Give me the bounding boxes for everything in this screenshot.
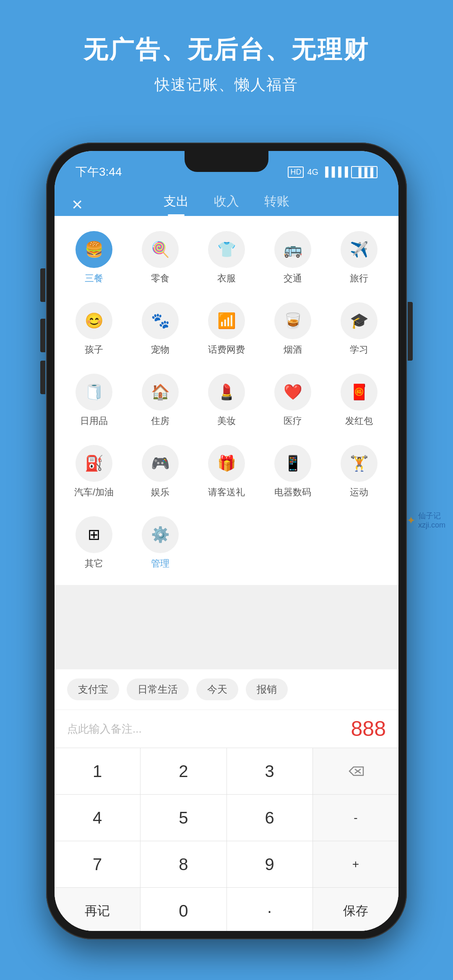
category-item[interactable]: 🥃烟酒 (262, 296, 324, 363)
category-item[interactable]: ⛽汽车/加油 (63, 438, 125, 505)
category-icon: ⊞ (76, 516, 112, 553)
category-label: 发红包 (345, 415, 373, 427)
note-row: 点此输入备注... 888 (55, 710, 398, 748)
keypad-key[interactable]: 7 (55, 841, 140, 887)
category-item[interactable]: 🏠住房 (129, 367, 191, 434)
watermark: ✦ 仙子记xzji.com (406, 512, 445, 530)
signal-4g: 4G (307, 167, 318, 177)
category-item[interactable]: 🏋运动 (328, 438, 390, 505)
category-item[interactable]: 🎓学习 (328, 296, 390, 363)
watermark-star: ✦ (406, 514, 416, 527)
category-item[interactable]: 🍔三餐 (63, 224, 125, 291)
keypad-key[interactable]: 保存 (313, 888, 398, 931)
category-item[interactable]: 😊孩子 (63, 296, 125, 363)
category-icon: ⚙️ (142, 516, 179, 553)
hero-subtitle: 快速记账、懒人福音 (0, 75, 453, 95)
keypad-key[interactable]: 1 (55, 748, 140, 794)
category-item[interactable]: ✈️旅行 (328, 224, 390, 291)
tag-item[interactable]: 今天 (196, 678, 238, 700)
category-label: 娱乐 (151, 486, 169, 499)
category-icon: 🧧 (341, 374, 378, 411)
amount-display: 888 (351, 717, 386, 741)
phone-screen: 下午3:44 HD 4G ▐▐▐▐ ▐▐▐ ✕ 支出 收入 转账 🍔三餐🍭零食👕… (55, 151, 398, 931)
category-grid: 🍔三餐🍭零食👕衣服🚌交通✈️旅行😊孩子🐾宠物📶话费网费🥃烟酒🎓学习🧻日用品🏠住房… (59, 224, 394, 577)
category-item[interactable]: 🍭零食 (129, 224, 191, 291)
tab-expense[interactable]: 支出 (164, 193, 189, 216)
category-item[interactable]: 🐾宠物 (129, 296, 191, 363)
category-item[interactable]: ⚙️管理 (129, 509, 191, 577)
category-label: 其它 (85, 557, 103, 570)
category-icon: 📶 (208, 302, 245, 339)
category-label: 交通 (284, 272, 302, 285)
category-area: 🍔三餐🍭零食👕衣服🚌交通✈️旅行😊孩子🐾宠物📶话费网费🥃烟酒🎓学习🧻日用品🏠住房… (55, 216, 398, 585)
category-label: 汽车/加油 (74, 486, 114, 499)
keypad-key[interactable]: 2 (141, 748, 226, 794)
watermark-site: 仙子记xzji.com (418, 512, 445, 530)
category-label: 零食 (151, 272, 169, 285)
keypad-key[interactable]: · (227, 888, 312, 931)
tag-item[interactable]: 报销 (246, 678, 288, 700)
category-label: 医疗 (284, 415, 302, 427)
category-icon: 📱 (274, 445, 311, 482)
keypad: 123456-789+再记0·保存 (55, 748, 398, 931)
category-icon: 💄 (208, 374, 245, 411)
category-item[interactable]: 📱电器数码 (262, 438, 324, 505)
category-label: 美妆 (217, 415, 236, 427)
category-item[interactable]: 🎁请客送礼 (195, 438, 258, 505)
keypad-key[interactable]: 0 (141, 888, 226, 931)
category-item[interactable]: 👕衣服 (195, 224, 258, 291)
category-icon: 🏠 (142, 374, 179, 411)
keypad-key[interactable]: 4 (55, 795, 140, 841)
keypad-key[interactable]: 8 (141, 841, 226, 887)
keypad-key[interactable]: 9 (227, 841, 312, 887)
tab-transfer[interactable]: 转账 (264, 193, 289, 216)
category-label: 衣服 (217, 272, 236, 285)
category-icon: 🍭 (142, 231, 179, 268)
category-item[interactable]: ⊞其它 (63, 509, 125, 577)
category-item[interactable]: 📶话费网费 (195, 296, 258, 363)
category-item[interactable]: 🧻日用品 (63, 367, 125, 434)
keypad-key[interactable]: 6 (227, 795, 312, 841)
category-label: 电器数码 (274, 486, 311, 499)
category-label: 话费网费 (208, 343, 245, 356)
keypad-key[interactable]: + (313, 841, 398, 887)
category-icon: 🐾 (142, 302, 179, 339)
category-item[interactable]: 🚌交通 (262, 224, 324, 291)
keypad-key[interactable]: 3 (227, 748, 312, 794)
hero-section: 无广告、无后台、无理财 快速记账、懒人福音 (0, 34, 453, 95)
tab-income[interactable]: 收入 (214, 193, 239, 216)
category-item[interactable]: 🧧发红包 (328, 367, 390, 434)
category-icon: 🍔 (76, 231, 112, 268)
tag-item[interactable]: 支付宝 (67, 678, 119, 700)
tag-item[interactable]: 日常生活 (127, 678, 189, 700)
battery-icon: ▐▐▐ (351, 166, 378, 178)
category-icon: 🎁 (208, 445, 245, 482)
category-icon: ❤️ (274, 374, 311, 411)
category-icon: 😊 (76, 302, 112, 339)
keypad-key[interactable]: 5 (141, 795, 226, 841)
category-icon: 🥃 (274, 302, 311, 339)
status-icons: HD 4G ▐▐▐▐ ▐▐▐ (288, 166, 378, 178)
category-label: 孩子 (85, 343, 103, 356)
category-label: 运动 (350, 486, 368, 499)
hd-icon: HD (288, 166, 304, 178)
tags-row: 支付宝日常生活今天报销 (55, 669, 398, 710)
category-item[interactable]: ❤️医疗 (262, 367, 324, 434)
category-label: 管理 (151, 557, 169, 570)
signal-bars: ▐▐▐▐ (322, 166, 348, 177)
note-placeholder[interactable]: 点此输入备注... (67, 722, 142, 736)
category-label: 旅行 (350, 272, 368, 285)
category-label: 烟酒 (284, 343, 302, 356)
keypad-key[interactable]: - (313, 795, 398, 841)
category-label: 学习 (350, 343, 368, 356)
category-icon: 🎓 (341, 302, 378, 339)
close-button[interactable]: ✕ (71, 196, 96, 213)
keypad-key[interactable]: 再记 (55, 888, 140, 931)
category-label: 请客送礼 (208, 486, 245, 499)
keypad-key[interactable] (313, 748, 398, 794)
tab-bar: 支出 收入 转账 (96, 193, 357, 216)
category-item[interactable]: 💄美妆 (195, 367, 258, 434)
category-item[interactable]: 🎮娱乐 (129, 438, 191, 505)
app-header: ✕ 支出 收入 转账 (55, 185, 398, 216)
empty-space (55, 585, 398, 669)
